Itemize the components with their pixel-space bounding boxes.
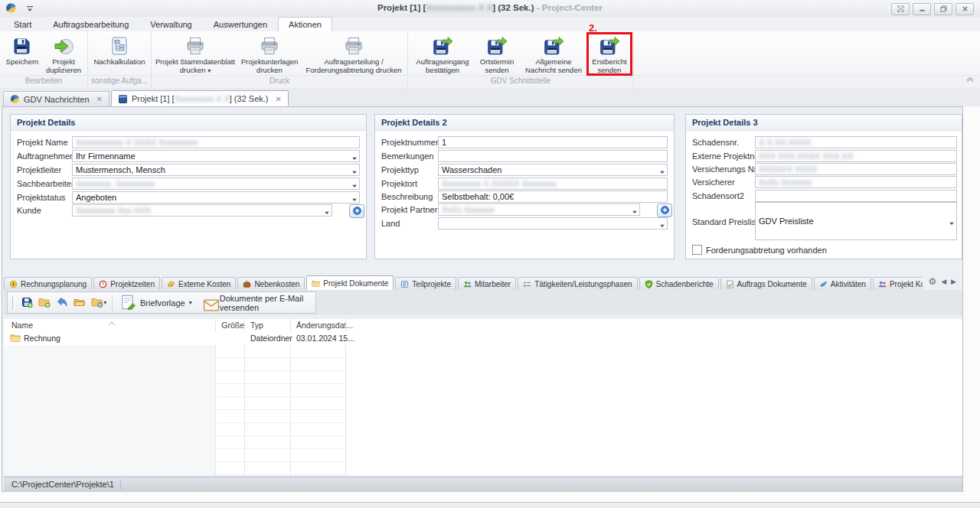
erstbericht-senden-button[interactable]: 2. Erstbericht senden [588, 34, 631, 74]
chevron-down-icon[interactable] [324, 208, 330, 214]
close-button[interactable] [956, 3, 974, 15]
chevron-down-icon[interactable] [351, 181, 358, 187]
undo-button[interactable] [56, 296, 68, 310]
tab-mitarbeiter[interactable]: Mitarbeiter [458, 277, 516, 290]
tab-projektzeiten[interactable]: Projektzeiten [93, 277, 160, 290]
auftragseingang-bestaetigen-button[interactable]: Auftragseingang bestätigen [410, 34, 475, 74]
stammdatenblatt-drucken-button[interactable]: Projekt Stammdatenblatt drucken ▾ [154, 34, 237, 75]
restore-button[interactable] [934, 3, 952, 15]
standard-preisliste-combobox[interactable]: GDV Preisliste [755, 202, 957, 240]
ribbon-tab-aktionen[interactable]: Aktionen [278, 17, 332, 31]
tab-nebenkosten[interactable]: Nebenkosten [237, 277, 305, 290]
forderungsabtretung-checkbox[interactable]: Forderungsabtretung vorhanden [692, 245, 827, 255]
tab-gdv-nachrichten[interactable]: GDV Nachrichten ✕ [3, 91, 109, 106]
bemerkungen-input[interactable] [438, 150, 668, 162]
chevron-down-icon[interactable] [632, 207, 638, 213]
kunde-add-button[interactable] [349, 204, 364, 218]
projekt-partner-combobox[interactable]: XxXx Xxxxxxx [438, 204, 640, 216]
chevron-down-icon[interactable] [659, 221, 665, 227]
panel-title: Projekt Details [11, 115, 366, 131]
partner-add-button[interactable] [657, 204, 672, 217]
save-document-button[interactable] [21, 296, 33, 310]
tab-rechnungsplanung[interactable]: Rechnungsplanung [4, 277, 92, 290]
scroll-tabs-left-icon[interactable]: ◀ [941, 278, 946, 285]
beschreibung-input[interactable]: Selbstbehalt: 0,00€ [438, 190, 668, 203]
partner-details-button[interactable] [643, 204, 655, 216]
versicherungs-nr-input[interactable]: XXXXXX XXXX [755, 163, 957, 175]
duplicate-icon [53, 35, 74, 57]
undo-icon [56, 296, 68, 310]
close-tab-icon[interactable]: ✕ [273, 95, 282, 103]
close-tab-icon[interactable]: ✕ [93, 95, 103, 103]
ribbon-tab-auswertungen[interactable]: Auswertungen [203, 17, 278, 31]
send-report-icon [432, 35, 453, 57]
versicherer-input[interactable]: XxXx Xxxxxxx [755, 176, 957, 188]
folder-options-button[interactable]: ▾ [91, 296, 106, 310]
externe-projektnr-input[interactable]: XXX XXX-XXXX XXX-XX [755, 150, 957, 162]
panel-title: Projekt Details 2 [375, 115, 674, 131]
projekt-duplizieren-button[interactable]: Projekt duplizieren [42, 34, 85, 74]
ribbon-group-druck: Projekt Stammdatenblatt drucken ▾ Projek… [152, 31, 408, 88]
add-icon [352, 206, 362, 217]
nachkalkulation-button[interactable]: Nachkalkulation [90, 34, 149, 66]
chevron-down-icon[interactable] [351, 154, 358, 160]
projektstatus-combobox[interactable]: Angeboten [72, 191, 360, 204]
email-documents-button[interactable]: Dokumente per E-Mail versenden [201, 292, 311, 314]
briefvorlage-button[interactable]: Briefvorlage ▾ [118, 293, 195, 313]
projektunterlagen-drucken-button[interactable]: Projektunterlagen drucken [237, 34, 302, 74]
kunde-combobox[interactable]: Xxxxxxxxx Xxx XXX [72, 204, 332, 217]
folder-docs-icon [312, 279, 320, 288]
schadensnr-input[interactable]: X X XX-XXXX [755, 136, 957, 148]
sachbearbeiter-combobox[interactable]: Xxxxxxxx, Xxxxxxxxx [72, 177, 360, 190]
fullscreen-button[interactable] [891, 3, 910, 15]
new-folder-button[interactable] [38, 296, 51, 310]
kunde-details-button[interactable] [335, 204, 348, 217]
briefcase-icon [243, 280, 251, 288]
tab-projekt-kontakte[interactable]: Projekt Kontakte [873, 277, 923, 290]
gear-icon[interactable]: ⚙ [928, 276, 936, 287]
chevron-down-icon[interactable] [659, 168, 665, 174]
column-header-typ[interactable]: Typ [250, 321, 263, 330]
tab-externe-kosten[interactable]: Externe Kosten [162, 277, 236, 290]
allgemeine-nachricht-senden-button[interactable]: Allgemeine Nachricht senden [519, 34, 588, 74]
ribbon-tab-start[interactable]: Start [3, 17, 42, 31]
auftragnehmer-combobox[interactable]: Ihr Firmenname [72, 150, 360, 162]
send-report-icon [543, 35, 564, 57]
projektleiter-combobox[interactable]: Mustermensch, Mensch [72, 164, 360, 176]
speichern-button[interactable]: Speichern [2, 34, 42, 66]
ribbon-tab-verwaltung[interactable]: Verwaltung [139, 17, 202, 31]
tab-schadenberichte[interactable]: Schadenberichte [639, 277, 719, 290]
projekt-name-input[interactable]: Xxxxxxxxxxx X XXXX Xxxxxxxxx [72, 136, 360, 148]
tab-aktivitaeten[interactable]: Aktivitäten [814, 277, 871, 290]
save-icon [11, 35, 33, 57]
auftragserteilung-drucken-button[interactable]: Auftragserteilung / Forderungsabtretung … [302, 34, 405, 74]
tab-auftrags-dokumente[interactable]: Auftrags Dokumente [720, 277, 812, 290]
ortstermin-senden-button[interactable]: Ortstermin senden [475, 34, 519, 74]
tab-projekt[interactable]: Projekt [1] [Xxxxxxxxx X X] (32 Sek.) ✕ [111, 90, 289, 106]
invoice-icon [9, 280, 18, 288]
checkbox-icon[interactable] [692, 245, 702, 255]
land-combobox[interactable] [438, 217, 668, 230]
doc-check-icon [726, 280, 734, 288]
file-row-rechnung[interactable]: Rechnung Dateiordner 03.01.2024 15... [4, 332, 962, 345]
projektort-input[interactable]: Xxxxxxxxx X XXXXX Xxxxxxxx [438, 177, 668, 190]
printer-icon [259, 35, 280, 57]
minimize-button[interactable] [913, 3, 931, 15]
ribbon-tab-bar: Start Auftragsbearbeitung Verwaltung Aus… [0, 17, 980, 31]
tab-teilprojekte[interactable]: Teilprojekte [395, 277, 456, 290]
projektnummer-input[interactable]: 1 [438, 136, 668, 148]
projekttyp-combobox[interactable]: Wasserschaden [438, 164, 668, 176]
printer-icon [343, 35, 364, 57]
scroll-tabs-right-icon[interactable]: ▶ [951, 278, 956, 285]
ribbon-tab-auftragsbearbeitung[interactable]: Auftragsbearbeitung [42, 17, 139, 31]
chevron-down-icon[interactable] [351, 168, 358, 174]
collapse-ribbon-button[interactable] [965, 76, 975, 85]
chevron-down-icon[interactable] [351, 195, 358, 201]
chevron-down-icon[interactable] [949, 219, 955, 225]
column-header-name[interactable]: Name [11, 321, 33, 330]
tab-projekt-dokumente[interactable]: Projekt Dokumente [306, 275, 394, 290]
tab-taetigkeiten[interactable]: Tätigkeiten/Leistungsphasen [518, 277, 637, 290]
column-header-groesse[interactable]: Größe [218, 321, 244, 330]
schadensort2-input[interactable] [755, 190, 957, 202]
open-folder-button[interactable] [74, 296, 86, 310]
